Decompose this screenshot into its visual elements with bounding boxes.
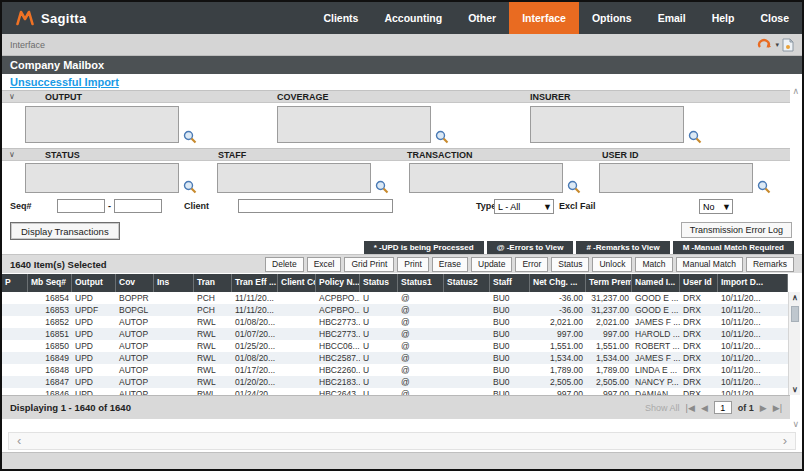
column-header[interactable]: Import D... [718,274,788,292]
insurer-field[interactable] [530,106,684,143]
user-id-label: USER ID [602,150,639,160]
transaction-field[interactable] [409,163,563,193]
table-row[interactable]: 16847UPDAUTOPRWL01/20/20...HBC2183...U@B… [2,376,788,388]
column-header[interactable]: Staff [490,274,530,292]
scroll-right-icon[interactable]: › [783,435,787,447]
grid-scroll-up-icon[interactable]: ∧ [789,293,801,302]
status-field[interactable] [25,163,179,193]
menu-item[interactable]: Clients [310,2,371,34]
dropdown-arrow-icon: ▼ [542,202,553,212]
table-cell: DRX [680,352,718,364]
menu-item[interactable]: Interface [509,2,579,34]
table-row[interactable]: 16854UPDBOPPRPCH11/11/20...ACPBPO...U@BU… [2,292,788,304]
menu-item[interactable]: Help [699,2,748,34]
menu-item[interactable]: Close [747,2,802,34]
table-cell [2,316,28,328]
next-page-icon[interactable]: ▶ [760,403,767,413]
export-icon[interactable] [757,38,772,52]
menu-item[interactable]: Accounting [371,2,455,34]
seq-to-input[interactable] [114,199,162,213]
column-header[interactable]: P [2,274,28,292]
coverage-search-icon[interactable] [435,130,449,144]
collapse-section-icon[interactable]: ∨ [9,92,15,101]
output-search-icon[interactable] [183,130,197,144]
page-number-input[interactable] [714,401,732,414]
first-page-icon[interactable]: |◀ [686,403,695,413]
column-header[interactable]: Client Co... [278,274,316,292]
toolbar-button[interactable]: Error [515,257,548,272]
table-cell: DRX [680,376,718,388]
toolbar-button[interactable]: Erase [432,257,468,272]
coverage-field[interactable] [277,106,431,143]
table-row[interactable]: 16848UPDAUTOPRWL01/17/20...HBC2260...U@B… [2,364,788,376]
table-cell: AUTOP [116,352,154,364]
table-row[interactable]: 16853UPDFBOPGLPCH11/11/20...ACPBPO...U@B… [2,304,788,316]
toolbar-button[interactable]: Status [551,257,589,272]
export-dropdown-icon[interactable]: ▾ [775,41,779,49]
table-cell: BU0 [490,352,530,364]
table-row[interactable]: 16849UPDAUTOPRWL01/08/20...HBC2587...U@B… [2,352,788,364]
toolbar-button[interactable]: Excel [307,257,342,272]
grid-scroll-down-icon[interactable]: ∨ [789,385,801,394]
menu-item[interactable]: Other [455,2,509,34]
display-transactions-button[interactable]: Display Transactions [10,222,120,240]
column-header[interactable]: User Id [680,274,718,292]
user-id-field[interactable] [599,163,753,193]
column-header[interactable]: Status1 [398,274,444,292]
column-header[interactable]: Policy N... [316,274,360,292]
menu-item[interactable]: Email [645,2,699,34]
staff-search-icon[interactable] [375,180,389,194]
horizontal-scrollbar[interactable]: ‹ › [8,432,796,450]
document-icon[interactable] [782,38,794,52]
page-scroll-down-icon[interactable]: ∨ [792,419,799,429]
menu-item[interactable]: Options [579,2,645,34]
column-header[interactable]: Output [72,274,116,292]
grid-scroll-thumb[interactable] [791,306,799,322]
column-header[interactable]: Mb Seq# [28,274,72,292]
unsuccessful-import-link[interactable]: Unsuccessful Import [10,76,119,88]
pagination-bar: Displaying 1 - 1640 of 1640 Show All |◀ … [2,395,790,419]
table-cell: AUTOP [116,376,154,388]
insurer-search-icon[interactable] [688,130,702,144]
toolbar-button[interactable]: Unlock [592,257,632,272]
column-header[interactable]: Status [360,274,398,292]
column-header[interactable]: Term Prem [586,274,632,292]
column-header[interactable]: Tran [194,274,232,292]
column-header[interactable]: Cov [116,274,154,292]
toolbar-button[interactable]: Grid Print [344,257,394,272]
table-cell: NANCY P... [632,376,680,388]
show-all-button[interactable]: Show All [645,403,680,413]
column-header[interactable]: Named I... [632,274,680,292]
toolbar-button[interactable]: Delete [265,257,304,272]
toolbar-button[interactable]: Remarks [746,257,794,272]
table-cell: BU0 [490,328,530,340]
column-header[interactable]: Tran Eff ... [232,274,278,292]
table-row[interactable]: 16851UPDAUTOPRWL01/07/20...HBC2773...U@B… [2,328,788,340]
last-page-icon[interactable]: ▶| [773,403,782,413]
type-select[interactable]: L - All ▼ [494,199,554,214]
scroll-left-icon[interactable]: ‹ [17,435,21,447]
output-field[interactable] [25,106,179,143]
table-row[interactable]: 16852UPDAUTOPRWL01/08/20...HBC2773...U@B… [2,316,788,328]
seq-from-input[interactable] [57,199,105,213]
column-header[interactable]: Status2 [444,274,490,292]
toolbar-button[interactable]: Manual Match [676,257,743,272]
status-search-icon[interactable] [183,180,197,194]
excl-fail-select[interactable]: No ▼ [699,199,733,214]
client-input[interactable] [238,199,393,213]
column-header[interactable]: Net Chg. ... [530,274,586,292]
transaction-search-icon[interactable] [567,180,581,194]
table-row[interactable]: 16846UPDAUTOPRWL01/24/20...HBC2643...U@B… [2,388,788,395]
user-id-search-icon[interactable] [757,180,771,194]
toolbar-button[interactable]: Print [397,257,428,272]
prev-page-icon[interactable]: ◀ [701,403,708,413]
transmission-error-log-button[interactable]: Transmission Error Log [681,222,792,238]
staff-field[interactable] [217,163,371,193]
toolbar-button[interactable]: Update [471,257,512,272]
collapse-section-icon[interactable]: ∨ [9,150,15,159]
toolbar-button[interactable]: Match [635,257,672,272]
column-header[interactable]: Ins [154,274,194,292]
page-scroll-up-icon[interactable]: ∧ [792,86,799,96]
table-row[interactable]: 16850UPDAUTOPRWL01/25/20...HBCC06...U@BU… [2,340,788,352]
grid-scrollbar[interactable]: ∧ ∨ [788,292,800,395]
